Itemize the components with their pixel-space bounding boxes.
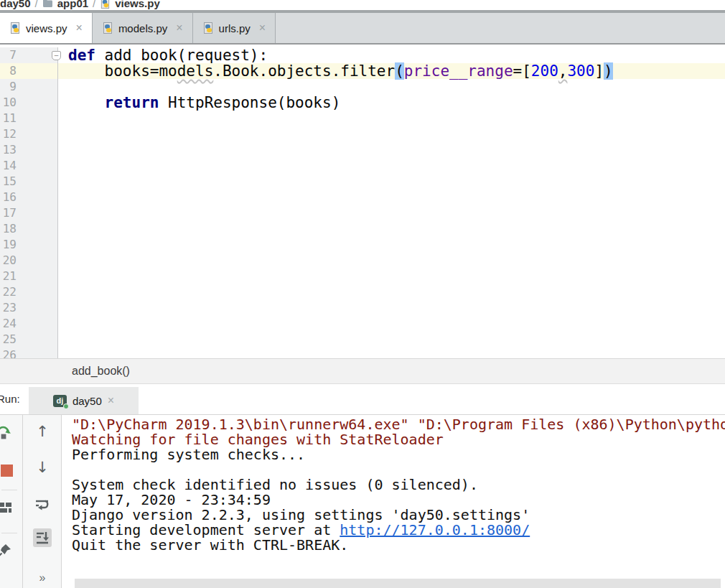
breadcrumb[interactable]: add_book(): [72, 365, 130, 378]
line-number[interactable]: 19: [0, 237, 58, 253]
line-number[interactable]: 10: [0, 95, 58, 111]
tab-models-py[interactable]: models.py ×: [93, 13, 193, 43]
code-line[interactable]: 21: [0, 269, 725, 284]
nav-item-package[interactable]: app01: [57, 0, 88, 9]
code-line[interactable]: 13: [0, 142, 725, 158]
code-text: [58, 205, 725, 221]
run-toolwindow-header: Run: dj day50 ×: [0, 385, 725, 415]
code-text: [58, 253, 725, 269]
line-number[interactable]: 7: [0, 47, 58, 63]
line-number[interactable]: 22: [0, 284, 58, 300]
line-number[interactable]: 18: [0, 221, 58, 237]
fold-marker-icon[interactable]: −: [52, 51, 61, 60]
code-text: [58, 269, 725, 284]
code-line[interactable]: 22: [0, 284, 725, 300]
console-toolbar: ↑ ↓ »: [23, 415, 62, 588]
nav-item-file[interactable]: views.py: [115, 0, 160, 9]
code-editor[interactable]: − 7def add_book(request):8 books=models.…: [0, 45, 725, 358]
editor-breadcrumbs: add_book(): [0, 358, 725, 384]
run-tab-label: day50: [72, 395, 102, 407]
code-line[interactable]: 9: [0, 79, 725, 95]
line-number[interactable]: 23: [0, 300, 58, 316]
rerun-icon[interactable]: [0, 424, 13, 442]
code-text: [58, 237, 725, 253]
code-text: [58, 126, 725, 142]
server-url-link[interactable]: http://127.0.0.1:8000/: [340, 521, 530, 538]
python-file-icon: [102, 22, 113, 34]
line-number[interactable]: 25: [0, 332, 58, 347]
navigation-bar: day50 / app01 / views.py: [0, 0, 725, 10]
console-line: Django version 2.2.3, using settings 'da…: [72, 508, 725, 523]
django-icon: dj: [53, 395, 67, 407]
horizontal-scrollbar[interactable]: [75, 579, 721, 588]
code-line[interactable]: 25: [0, 332, 725, 347]
toolbar-separator: [1, 490, 17, 490]
tab-views-py[interactable]: views.py ×: [0, 13, 93, 43]
line-number[interactable]: 11: [0, 111, 58, 126]
run-toolbar: [0, 415, 23, 588]
code-line[interactable]: 18: [0, 221, 725, 237]
python-file-icon: [202, 22, 214, 34]
line-number[interactable]: 14: [0, 158, 58, 174]
code-text: [58, 284, 725, 300]
line-number[interactable]: 15: [0, 174, 58, 190]
folder-icon: [42, 0, 53, 8]
console-output[interactable]: "D:\PyCharm 2019.1.3\bin\runnerw64.exe" …: [62, 415, 725, 588]
code-line[interactable]: 17: [0, 205, 725, 221]
code-line[interactable]: 19: [0, 237, 725, 253]
pin-icon[interactable]: [0, 541, 14, 560]
code-line[interactable]: 12: [0, 126, 725, 142]
code-line[interactable]: 23: [0, 300, 725, 316]
more-icon[interactable]: »: [33, 569, 52, 587]
line-number[interactable]: 24: [0, 316, 58, 332]
running-indicator-dot: [63, 403, 69, 409]
code-text: [58, 347, 725, 358]
console-line: May 17, 2020 - 23:34:59: [72, 493, 725, 508]
scroll-to-end-icon[interactable]: [33, 528, 52, 547]
line-number[interactable]: 20: [0, 253, 58, 269]
nav-separator: /: [35, 0, 38, 9]
down-stack-icon[interactable]: ↓: [33, 458, 52, 477]
line-number[interactable]: 17: [0, 205, 58, 221]
code-line[interactable]: 24: [0, 316, 725, 332]
line-number[interactable]: 21: [0, 269, 58, 284]
code-line[interactable]: 10 return HttpResponse(books): [0, 95, 725, 111]
up-stack-icon[interactable]: ↑: [33, 422, 52, 441]
code-line[interactable]: 14: [0, 158, 725, 174]
code-text: books=models.Book.objects.filter(price__…: [58, 63, 725, 79]
run-tab-day50[interactable]: dj day50 ×: [29, 387, 139, 414]
toolbar-separator: [1, 533, 17, 533]
tab-label: views.py: [26, 22, 67, 34]
code-line[interactable]: 7def add_book(request):: [0, 47, 725, 63]
run-toolwindow-title: Run:: [0, 393, 20, 405]
code-line[interactable]: 8 books=models.Book.objects.filter(price…: [0, 63, 725, 79]
line-number[interactable]: 8: [0, 63, 58, 79]
console-line: [72, 462, 725, 477]
close-icon[interactable]: ×: [108, 394, 114, 407]
stop-icon[interactable]: [0, 461, 16, 480]
code-line[interactable]: 26: [0, 347, 725, 358]
tab-label: models.py: [118, 22, 167, 34]
code-line[interactable]: 11: [0, 111, 725, 126]
code-text: return HttpResponse(books): [58, 95, 725, 111]
code-line[interactable]: 20: [0, 253, 725, 269]
soft-wrap-icon[interactable]: [33, 495, 52, 514]
code-text: [58, 190, 725, 205]
line-number[interactable]: 9: [0, 79, 58, 95]
close-icon[interactable]: ×: [176, 22, 182, 34]
python-file-icon: [9, 22, 21, 34]
tab-urls-py[interactable]: urls.py ×: [193, 13, 276, 43]
nav-item-project[interactable]: day50: [0, 0, 31, 9]
code-line[interactable]: 16: [0, 190, 725, 205]
line-number[interactable]: 12: [0, 126, 58, 142]
close-icon[interactable]: ×: [259, 22, 266, 34]
line-number[interactable]: 16: [0, 190, 58, 205]
nav-separator: /: [93, 0, 95, 9]
restore-layout-icon[interactable]: [0, 498, 14, 517]
code-text: [58, 111, 725, 126]
line-number[interactable]: 13: [0, 142, 58, 158]
code-text: [58, 221, 725, 237]
close-icon[interactable]: ×: [76, 22, 83, 34]
line-number[interactable]: 26: [0, 347, 58, 358]
code-line[interactable]: 15: [0, 174, 725, 190]
